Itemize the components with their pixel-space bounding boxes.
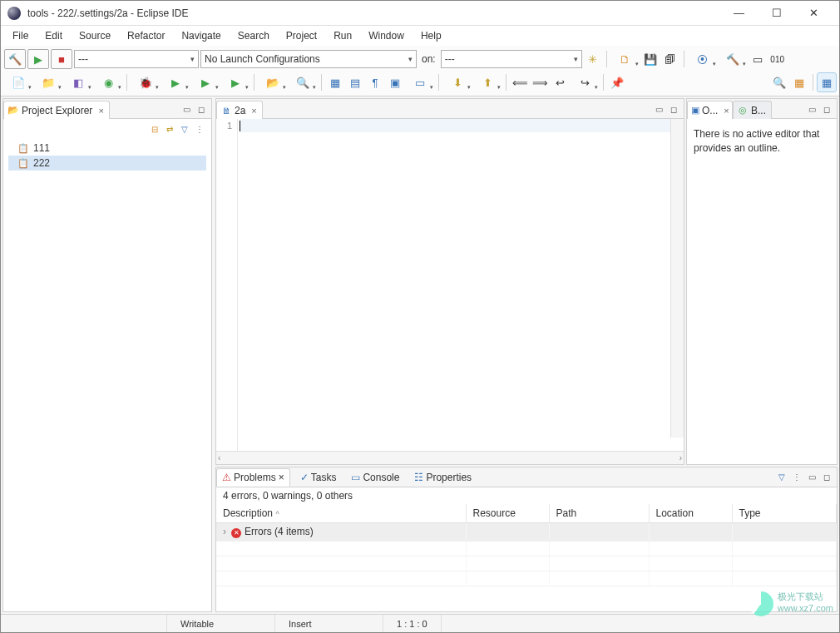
vertical-scrollbar[interactable] — [670, 119, 684, 438]
status-position: 1 : 1 : 0 — [383, 615, 442, 632]
java-perspective-button[interactable]: ▦ — [818, 73, 836, 91]
col-description[interactable]: Description ^ — [216, 504, 466, 523]
project-explorer-tab[interactable]: 📂 Project Explorer × — [3, 101, 110, 119]
collapse-all-icon[interactable]: ⊟ — [148, 122, 161, 136]
editor-line[interactable] — [240, 119, 682, 132]
run-last-button[interactable]: ▶▾ — [221, 73, 250, 91]
open-type-button[interactable]: ⦿▾ — [689, 50, 717, 68]
tree-item[interactable]: 📋 111 — [8, 141, 206, 156]
run-button[interactable]: ▶ — [27, 49, 49, 69]
expand-icon[interactable]: › — [223, 526, 226, 537]
menu-source[interactable]: Source — [71, 27, 119, 44]
maximize-button[interactable]: ☐ — [758, 2, 795, 25]
pin-editor-button[interactable]: 📌 — [608, 73, 626, 91]
tab-properties[interactable]: ☷ Properties — [409, 468, 477, 487]
view-menu-icon[interactable]: ⋮ — [193, 122, 206, 136]
minimize-view-icon[interactable]: ▭ — [652, 102, 665, 116]
col-type[interactable]: Type — [732, 504, 837, 523]
open-perspective-button[interactable]: ▦ — [790, 73, 808, 91]
save-button[interactable]: 💾 — [641, 50, 660, 68]
link-editor-icon[interactable]: ⇄ — [163, 122, 176, 136]
table-row — [216, 571, 837, 586]
maximize-view-icon[interactable]: ◻ — [820, 102, 833, 116]
project-combo[interactable]: ---▾ — [74, 50, 199, 68]
filter-icon[interactable]: ▽ — [178, 122, 191, 136]
col-resource[interactable]: Resource — [466, 504, 549, 523]
tab-problems[interactable]: ⚠ Problems × — [216, 468, 290, 487]
filter-icon[interactable]: ▽ — [775, 471, 788, 484]
nav-forward-button[interactable]: ⟹ — [531, 73, 549, 91]
pin-button[interactable]: 010 — [768, 50, 787, 68]
col-location[interactable]: Location — [649, 504, 732, 523]
problems-table: Description ^ Resource Path Location Typ… — [216, 504, 837, 586]
maximize-view-icon[interactable]: ◻ — [820, 471, 833, 484]
menu-help[interactable]: Help — [413, 27, 450, 44]
editor-tab-label: 2a — [235, 105, 245, 116]
project-icon: 📋 — [17, 141, 30, 155]
toggle-mark-button[interactable]: ▦ — [326, 73, 344, 91]
debug-button[interactable]: 🐞▾ — [131, 73, 160, 91]
new-package-button[interactable]: ◉▾ — [94, 73, 122, 91]
run-app-button[interactable]: ▶▾ — [161, 73, 190, 91]
new-folder-button[interactable]: 📁▾ — [34, 73, 62, 91]
close-icon[interactable]: × — [98, 106, 103, 116]
tab-console[interactable]: ▭ Console — [346, 468, 404, 487]
new-wizard-button[interactable]: 📄▾ — [4, 73, 32, 91]
menu-file[interactable]: File — [4, 27, 37, 44]
view-menu-icon[interactable]: ⋮ — [790, 471, 803, 484]
col-path[interactable]: Path — [549, 504, 649, 523]
toggle-button[interactable]: ▭ — [749, 50, 767, 68]
new-class-button[interactable]: ◧▾ — [64, 73, 92, 91]
menu-window[interactable]: Window — [360, 27, 413, 44]
toggle-block-button[interactable]: ▤ — [346, 73, 364, 91]
separator — [126, 74, 127, 91]
target-combo[interactable]: ---▾ — [441, 50, 582, 68]
stop-button[interactable]: ■ — [51, 49, 72, 69]
minimize-view-icon[interactable]: ▭ — [180, 102, 193, 116]
build-tab[interactable]: ◎ B... — [733, 101, 772, 119]
minimize-view-icon[interactable]: ▭ — [805, 102, 818, 116]
nav-back-button[interactable]: ⟸ — [511, 73, 529, 91]
horizontal-scrollbar[interactable]: ‹› — [216, 451, 684, 464]
close-button[interactable]: ✕ — [795, 2, 833, 25]
minimize-button[interactable]: — — [720, 2, 758, 25]
tab-tasks[interactable]: ✓ Tasks — [295, 468, 342, 487]
target-icon: ◎ — [737, 105, 749, 116]
outline-tab[interactable]: ▣ O... × — [687, 101, 733, 119]
nav-history-button[interactable]: ↪▾ — [571, 73, 599, 91]
annotation-next-button[interactable]: ⬇▾ — [443, 73, 472, 91]
menu-refactor[interactable]: Refactor — [119, 27, 173, 44]
menu-run[interactable]: Run — [325, 27, 360, 44]
separator — [254, 74, 254, 91]
build-dropdown[interactable]: 🔨▾ — [719, 50, 747, 68]
new-button[interactable]: 🗋▾ — [611, 50, 640, 68]
nav-last-edit-button[interactable]: ↩ — [551, 73, 569, 91]
search-dropdown[interactable]: 🔍▾ — [289, 73, 317, 91]
build-button[interactable]: 🔨 — [4, 49, 26, 69]
save-all-button[interactable]: 🗐 — [661, 50, 679, 68]
menu-edit[interactable]: Edit — [37, 27, 71, 44]
minimize-view-icon[interactable]: ▭ — [805, 471, 818, 484]
table-row[interactable]: ›✕Errors (4 items) — [216, 523, 837, 542]
toggle-wrap-button[interactable]: ▭▾ — [406, 73, 434, 91]
menu-search[interactable]: Search — [230, 27, 278, 44]
outline-icon: ▣ — [691, 105, 699, 116]
maximize-view-icon[interactable]: ◻ — [195, 102, 208, 116]
editor-tab[interactable]: 🗎 2a × — [216, 101, 263, 119]
close-icon[interactable]: × — [724, 106, 729, 116]
settings-gear-icon[interactable]: ✳ — [584, 50, 602, 68]
menu-project[interactable]: Project — [278, 27, 325, 44]
menu-navigate[interactable]: Navigate — [173, 27, 229, 44]
search-icon[interactable]: 🔍 — [770, 73, 788, 91]
annotation-prev-button[interactable]: ⬆▾ — [473, 73, 502, 91]
editor-area[interactable]: 1 — [216, 119, 684, 451]
show-whitespace-button[interactable]: ¶ — [366, 73, 384, 91]
maximize-view-icon[interactable]: ◻ — [667, 102, 680, 116]
tree-item[interactable]: 📋 222 — [8, 156, 206, 171]
close-icon[interactable]: × — [251, 106, 256, 116]
launch-config-combo[interactable]: No Launch Configurations▾ — [200, 50, 417, 68]
show-ruler-button[interactable]: ▣ — [386, 73, 404, 91]
coverage-button[interactable]: ▶▾ — [191, 73, 220, 91]
open-task-button[interactable]: 📂▾ — [259, 73, 287, 91]
close-icon[interactable]: × — [279, 472, 284, 483]
